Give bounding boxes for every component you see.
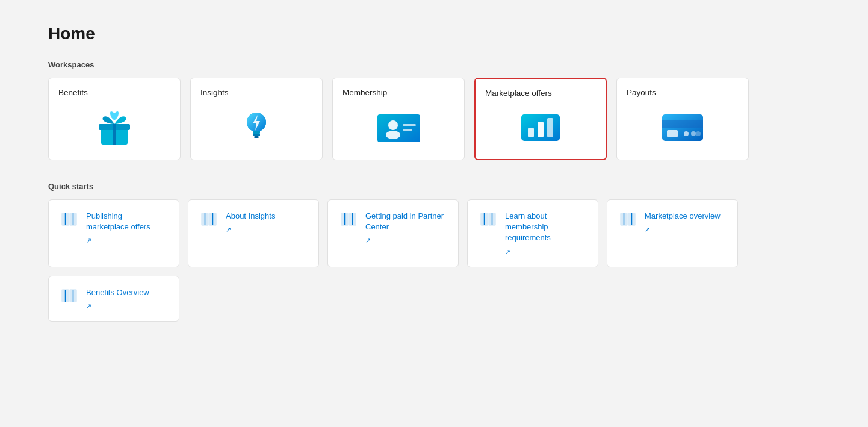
quickstart-text-marketplace-overview: Marketplace overview ↗ bbox=[645, 211, 721, 234]
workspace-card-marketplace-offers[interactable]: Marketplace offers bbox=[474, 78, 607, 160]
workspaces-label: Workspaces bbox=[48, 60, 820, 69]
quickstart-text-publishing: Publishing marketplace offers ↗ bbox=[86, 211, 167, 245]
quickstart-card-publishing-marketplace-offers[interactable]: Publishing marketplace offers ↗ bbox=[48, 199, 179, 267]
main-page: Home Workspaces Benefits bbox=[0, 0, 868, 346]
quickstart-title-benefits-overview: Benefits Overview bbox=[86, 287, 149, 298]
quickstarts-label: Quick starts bbox=[48, 182, 820, 191]
workspace-icon-area-benefits bbox=[58, 108, 170, 146]
svg-point-11 bbox=[386, 131, 400, 139]
quickstart-card-marketplace-overview[interactable]: Marketplace overview ↗ bbox=[607, 199, 738, 267]
external-link-icon-publishing: ↗ bbox=[86, 237, 167, 245]
svg-rect-12 bbox=[403, 124, 416, 126]
svg-rect-13 bbox=[403, 129, 412, 131]
svg-rect-17 bbox=[547, 118, 553, 137]
svg-rect-20 bbox=[667, 130, 678, 137]
svg-rect-15 bbox=[528, 128, 534, 137]
external-link-icon-insights: ↗ bbox=[226, 226, 275, 234]
quickstart-title-getting-paid: Getting paid in Partner Center bbox=[365, 211, 446, 232]
workspace-icon-area-marketplace-offers bbox=[485, 108, 596, 147]
svg-rect-8 bbox=[254, 136, 259, 138]
insights-icon bbox=[241, 108, 272, 146]
quickstart-title-publishing: Publishing marketplace offers bbox=[86, 211, 167, 232]
svg-point-21 bbox=[684, 131, 689, 136]
workspace-card-insights[interactable]: Insights bbox=[190, 78, 323, 160]
svg-rect-7 bbox=[253, 134, 260, 136]
benefits-icon bbox=[96, 108, 132, 146]
book-icon-marketplace-overview bbox=[619, 212, 636, 230]
membership-icon bbox=[376, 111, 421, 143]
workspace-card-payouts[interactable]: Payouts bbox=[616, 78, 749, 160]
workspaces-row: Benefits Insights bbox=[48, 78, 820, 160]
quickstart-title-marketplace-overview: Marketplace overview bbox=[645, 211, 721, 222]
workspace-title-marketplace-offers: Marketplace offers bbox=[485, 89, 552, 98]
quickstart-text-insights: About Insights ↗ bbox=[226, 211, 275, 234]
quickstart-title-insights: About Insights bbox=[226, 211, 275, 222]
external-link-icon-benefits-overview: ↗ bbox=[86, 302, 149, 310]
svg-point-10 bbox=[388, 120, 398, 130]
external-link-icon-marketplace-overview: ↗ bbox=[645, 226, 721, 234]
external-link-icon-membership: ↗ bbox=[505, 248, 586, 256]
quickstarts-bottom-row: Benefits Overview ↗ bbox=[48, 276, 820, 322]
quickstart-card-learn-membership[interactable]: Learn about membership requirements ↗ bbox=[467, 199, 598, 267]
payouts-icon bbox=[661, 111, 704, 143]
book-icon-benefits-overview bbox=[61, 288, 78, 307]
workspace-icon-area-membership bbox=[343, 108, 454, 146]
svg-point-22 bbox=[691, 131, 696, 136]
workspace-title-benefits: Benefits bbox=[58, 88, 88, 97]
svg-rect-2 bbox=[113, 124, 116, 145]
quickstart-card-about-insights[interactable]: About Insights ↗ bbox=[188, 199, 319, 267]
svg-point-23 bbox=[696, 131, 701, 136]
quickstart-text-getting-paid: Getting paid in Partner Center ↗ bbox=[365, 211, 446, 245]
external-link-icon-getting-paid: ↗ bbox=[365, 237, 446, 245]
svg-rect-16 bbox=[538, 122, 544, 137]
svg-rect-6 bbox=[253, 131, 260, 134]
quickstart-title-membership: Learn about membership requirements bbox=[505, 211, 586, 244]
workspace-title-membership: Membership bbox=[343, 88, 387, 97]
workspace-icon-area-insights bbox=[200, 108, 312, 146]
workspace-card-membership[interactable]: Membership bbox=[332, 78, 465, 160]
quickstarts-grid: Publishing marketplace offers ↗ About In… bbox=[48, 199, 820, 267]
workspace-card-benefits[interactable]: Benefits bbox=[48, 78, 181, 160]
svg-rect-9 bbox=[377, 114, 420, 142]
workspace-title-payouts: Payouts bbox=[627, 88, 656, 97]
page-title: Home bbox=[48, 24, 820, 43]
book-icon-membership bbox=[480, 212, 497, 230]
quickstart-card-getting-paid[interactable]: Getting paid in Partner Center ↗ bbox=[327, 199, 459, 267]
quickstart-text-benefits-overview: Benefits Overview ↗ bbox=[86, 287, 149, 310]
svg-rect-19 bbox=[662, 120, 703, 128]
workspace-icon-area-payouts bbox=[627, 108, 739, 146]
marketplace-offers-icon bbox=[519, 110, 562, 146]
book-icon-publishing bbox=[61, 212, 78, 230]
workspace-title-insights: Insights bbox=[200, 88, 229, 97]
quickstart-card-benefits-overview[interactable]: Benefits Overview ↗ bbox=[48, 276, 179, 322]
quickstart-text-membership: Learn about membership requirements ↗ bbox=[505, 211, 586, 256]
book-icon-getting-paid bbox=[340, 212, 357, 230]
book-icon-insights bbox=[200, 212, 217, 230]
